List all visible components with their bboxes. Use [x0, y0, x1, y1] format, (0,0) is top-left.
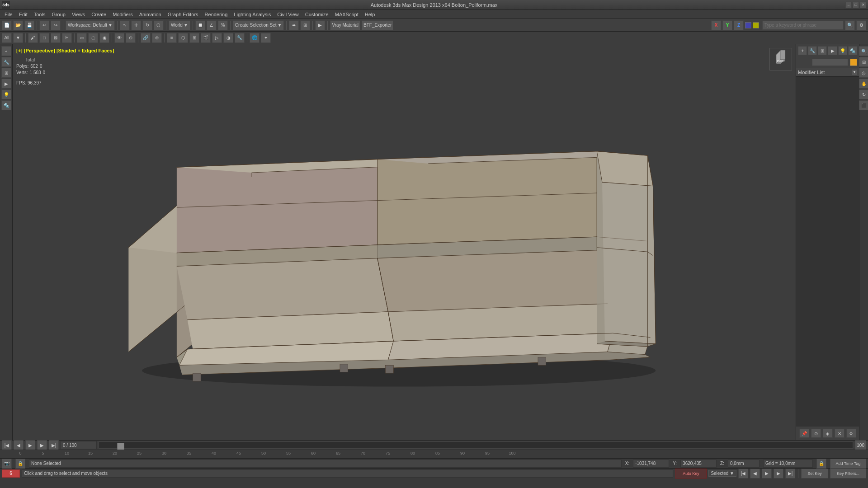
- pin-stack[interactable]: 📌: [799, 429, 809, 438]
- viewport-nav[interactable]: FRONT: [769, 48, 792, 70]
- key-filters-btn[interactable]: Key Filters...: [830, 469, 866, 479]
- timeline-end-frame[interactable]: 100: [855, 440, 866, 450]
- layer-mgr[interactable]: ≡: [167, 33, 177, 43]
- menu-lighting[interactable]: Lighting Analysis: [231, 11, 274, 18]
- render-button[interactable]: ▶: [315, 20, 325, 30]
- percent-snap[interactable]: %: [218, 20, 228, 30]
- pan-btn[interactable]: ✋: [859, 79, 868, 89]
- render-setup[interactable]: 🔧: [235, 33, 245, 43]
- settings-button[interactable]: ⚙: [856, 20, 866, 30]
- frame-input[interactable]: 6: [2, 469, 20, 478]
- rotate-button[interactable]: ↻: [142, 20, 152, 30]
- menu-maxscript[interactable]: MAXScript: [332, 11, 361, 18]
- snaps-toggle[interactable]: 🔲: [195, 20, 205, 30]
- nav-cube[interactable]: FRONT: [769, 48, 792, 70]
- menu-create[interactable]: Create: [89, 11, 109, 18]
- timeline-prev-key[interactable]: |◀: [2, 440, 12, 450]
- bottom-play[interactable]: ▶: [762, 469, 772, 479]
- y-axis-button[interactable]: Y: [722, 20, 732, 30]
- orbit-btn[interactable]: ↻: [859, 89, 868, 99]
- modifier-list-dropdown[interactable]: ▼: [852, 70, 857, 75]
- frame-ruler[interactable]: 0 5 10 15 20 25 30 35 40 45 50 55 60 65 …: [0, 450, 868, 458]
- rectangle-select[interactable]: ▭: [77, 33, 87, 43]
- select-button[interactable]: ↖: [120, 20, 130, 30]
- viewport[interactable]: [+] [Perspective] [Shaded + Edged Faces]…: [13, 44, 796, 440]
- hierarchy-btn[interactable]: ⊞: [1, 68, 11, 78]
- search-input[interactable]: [762, 21, 844, 30]
- menu-graph-editors[interactable]: Graph Editors: [165, 11, 201, 18]
- search-button[interactable]: 🔍: [845, 20, 855, 30]
- world-dropdown[interactable]: World ▼: [169, 20, 190, 30]
- paint-select[interactable]: ◉: [99, 33, 109, 43]
- bottom-prev-key[interactable]: |◀: [738, 469, 748, 479]
- x-axis-button[interactable]: X: [711, 20, 721, 30]
- align-button[interactable]: ⊞: [300, 20, 310, 30]
- quick-render[interactable]: ▷: [212, 33, 222, 43]
- select-by-name[interactable]: H: [62, 33, 72, 43]
- status-lock[interactable]: 🔒: [15, 459, 25, 469]
- move-button[interactable]: ✛: [131, 20, 141, 30]
- bind-space[interactable]: ⊕: [152, 33, 162, 43]
- isolate-select[interactable]: □: [39, 33, 49, 43]
- environment[interactable]: 🌐: [250, 33, 259, 43]
- timeline-next-key[interactable]: ▶|: [49, 440, 59, 450]
- show-hidden[interactable]: ⊙: [126, 33, 136, 43]
- menu-group[interactable]: Group: [49, 11, 68, 18]
- zoom-all-btn[interactable]: ⊞: [859, 57, 868, 67]
- menu-civil[interactable]: Civil View: [274, 11, 301, 18]
- menu-modifiers[interactable]: Modifiers: [110, 11, 136, 18]
- timeline-play[interactable]: ▶: [25, 440, 35, 450]
- open-button[interactable]: 📂: [13, 20, 23, 30]
- lasso-select[interactable]: ◌: [88, 33, 98, 43]
- menu-edit[interactable]: Edit: [16, 11, 30, 18]
- mat-editor[interactable]: ⊞: [189, 33, 199, 43]
- render-frame[interactable]: 🎬: [201, 33, 211, 43]
- close-button[interactable]: ✕: [860, 2, 866, 8]
- status-camera[interactable]: 📷: [2, 459, 12, 469]
- object-color-swatch[interactable]: [850, 59, 857, 66]
- utilities-btn[interactable]: 🔩: [1, 100, 11, 110]
- time-slider[interactable]: [117, 443, 124, 450]
- make-unique[interactable]: ◈: [823, 429, 833, 438]
- new-button[interactable]: 📄: [2, 20, 12, 30]
- utilities-tab[interactable]: 🔩: [848, 46, 857, 55]
- zoom-btn[interactable]: 🔍: [859, 46, 868, 56]
- timeline-prev-frame[interactable]: ◀: [14, 440, 24, 450]
- menu-customize[interactable]: Customize: [302, 11, 331, 18]
- modify-tab[interactable]: 🔧: [808, 46, 817, 55]
- display-btn[interactable]: 💡: [1, 89, 11, 99]
- minimize-button[interactable]: –: [845, 2, 852, 8]
- configure-modifier[interactable]: ⚙: [846, 429, 856, 438]
- menu-tools[interactable]: Tools: [31, 11, 48, 18]
- scene-mgr[interactable]: ⬡: [178, 33, 188, 43]
- window-crossing[interactable]: ⊠: [51, 33, 61, 43]
- motion-tab[interactable]: ▶: [828, 46, 837, 55]
- menu-file[interactable]: File: [2, 11, 15, 18]
- scale-button[interactable]: ⬡: [154, 20, 164, 30]
- create-selection-dropdown[interactable]: Create Selection Set ▼: [233, 20, 284, 30]
- vray-material-button[interactable]: Vray Material: [330, 20, 360, 30]
- timeline-next-frame[interactable]: ▶: [37, 440, 47, 450]
- workspace-dropdown[interactable]: Workspace: Default ▼: [66, 20, 115, 30]
- set-key-btn[interactable]: Set Key: [801, 469, 828, 479]
- angle-snap[interactable]: ∠: [207, 20, 217, 30]
- effects[interactable]: ✦: [261, 33, 271, 43]
- lock-selection-btn[interactable]: 🔒: [816, 459, 826, 469]
- bff-exporter-button[interactable]: BFF_Exporter: [362, 20, 393, 30]
- menu-help[interactable]: Help: [362, 11, 378, 18]
- display-tab[interactable]: 💡: [838, 46, 847, 55]
- zoom-selected-btn[interactable]: ◎: [859, 68, 868, 78]
- bottom-next-key[interactable]: ▶|: [785, 469, 795, 479]
- active-shade[interactable]: ◑: [223, 33, 233, 43]
- undo-button[interactable]: ↩: [39, 20, 49, 30]
- create-panel-btn[interactable]: +: [1, 46, 11, 56]
- create-tab[interactable]: +: [798, 46, 807, 55]
- auto-key-btn[interactable]: Auto Key: [675, 469, 707, 479]
- add-time-tag-btn[interactable]: Add Time Tag: [830, 459, 866, 469]
- save-button[interactable]: 💾: [24, 20, 34, 30]
- maximize-viewport-btn[interactable]: ⬛: [859, 100, 868, 110]
- link-btn[interactable]: 🔗: [141, 33, 151, 43]
- maximize-button[interactable]: □: [853, 2, 859, 8]
- object-paint[interactable]: 🖌: [28, 33, 38, 43]
- mirror-button[interactable]: ⬌: [289, 20, 299, 30]
